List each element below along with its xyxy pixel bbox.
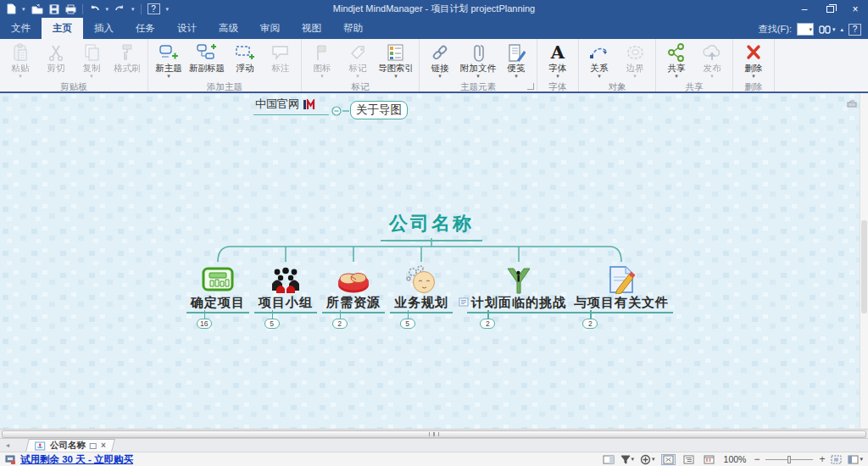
topic-define-project[interactable]: 确定项目 16 <box>186 262 249 313</box>
tab-float-icon[interactable] <box>90 443 97 449</box>
collapsed-count-badge[interactable]: 5 <box>264 319 280 329</box>
tab-close-icon[interactable]: × <box>101 441 106 450</box>
filter-icon[interactable]: ▾ <box>620 455 635 464</box>
collapsed-count-badge[interactable]: 5 <box>400 319 415 329</box>
relationship-button[interactable]: 关系 ▾ <box>581 41 617 80</box>
link-button[interactable]: 链接 ▾ <box>422 41 458 80</box>
boundary-button[interactable]: 边界 ▾ <box>617 41 653 80</box>
fork-road-icon <box>504 262 534 294</box>
floating-topic[interactable]: 中国官网 <box>253 97 329 115</box>
tab-home[interactable]: 主页 <box>42 18 83 39</box>
map-document-tab[interactable]: 公司名称 × <box>25 439 115 452</box>
font-icon: A <box>551 43 565 62</box>
topic-project-team[interactable]: 项目小组 5 <box>254 262 317 313</box>
print-icon[interactable] <box>65 4 76 14</box>
find-label: 查找(F): <box>759 23 792 36</box>
cut-button[interactable]: 剪切 <box>38 41 74 80</box>
publish-button[interactable]: 发布 ▾ <box>694 41 730 80</box>
title-bar: ▾ ▾ ▾ ? ▾ Mindjet MindManager - 项目计划 pro… <box>0 0 868 18</box>
new-topic-button[interactable]: 新主题 ▾ <box>151 41 186 80</box>
floating-topic-button[interactable]: 浮动 <box>227 41 263 80</box>
share-button[interactable]: 共享 ▾ <box>659 41 694 80</box>
tab-task[interactable]: 任务 <box>125 18 166 39</box>
new-document-caret-icon[interactable]: ▾ <box>22 6 25 13</box>
tab-view[interactable]: 视图 <box>291 18 332 39</box>
fit-map-icon[interactable] <box>831 455 842 464</box>
zoom-in-button[interactable]: + <box>819 455 825 463</box>
minimize-button[interactable]: – <box>792 0 817 18</box>
format-painter-button[interactable]: 格式刷 <box>109 41 145 80</box>
find-button[interactable]: ▾ <box>819 25 836 34</box>
zoom-slider[interactable] <box>765 455 813 463</box>
redo-icon[interactable] <box>114 4 125 14</box>
vertical-scrollbar-thumb[interactable] <box>861 220 867 313</box>
collapsed-count-badge[interactable]: 16 <box>197 319 212 329</box>
task-panel-icon[interactable] <box>603 455 615 464</box>
font-button[interactable]: A 字体 ▾ <box>540 41 576 80</box>
horizontal-scrollbar[interactable] <box>0 429 868 439</box>
map-index-button[interactable]: 导图索引 ▾ <box>376 41 416 80</box>
new-subtopic-button[interactable]: 新副标题 <box>186 41 227 80</box>
toolbar-divider <box>82 4 83 14</box>
publish-cloud-icon <box>702 42 722 63</box>
trial-purchase-link[interactable]: 试用剩余 30 天 - 立即购买 <box>20 453 133 466</box>
group-label-add-topic: 添加主题 <box>151 80 298 93</box>
paste-button[interactable]: 粘贴 ▾ <box>3 41 38 80</box>
tab-scroll-left-icon[interactable]: ◂ <box>0 439 15 452</box>
topic-project-documents[interactable]: 与项目有关文件 2 <box>570 262 673 313</box>
restore-button[interactable] <box>817 0 843 18</box>
collapsed-count-badge[interactable]: 2 <box>480 319 495 329</box>
callout-icon <box>271 42 290 63</box>
undo-icon[interactable] <box>89 4 100 14</box>
redo-caret-icon[interactable]: ▾ <box>131 6 135 13</box>
floating-topic-label: 中国官网 <box>255 97 299 112</box>
power-filter-icon[interactable]: ▾ <box>640 454 655 465</box>
collapsed-count-badge[interactable]: 2 <box>332 319 348 329</box>
tab-advanced[interactable]: 高级 <box>208 18 249 39</box>
attach-file-button[interactable]: 附加文件 ▾ <box>458 41 498 80</box>
map-view-toggle[interactable] <box>661 454 676 465</box>
zoom-slider-knob[interactable] <box>787 456 791 463</box>
zoom-out-button[interactable]: − <box>754 455 760 463</box>
open-icon[interactable] <box>31 4 43 14</box>
customize-toolbar-icon[interactable]: ▾ <box>166 6 170 13</box>
tab-design[interactable]: 设计 <box>166 18 208 39</box>
notes-button[interactable]: 便笺 ▾ <box>498 41 534 80</box>
tags-button[interactable]: 标记 ▾ <box>340 41 376 80</box>
schedule-view-toggle[interactable] <box>702 454 716 465</box>
collapse-ribbon-button[interactable]: ▴ <box>840 26 843 33</box>
topic-required-resources[interactable]: 所需资源 2 <box>322 262 385 313</box>
outline-view-toggle[interactable] <box>682 454 696 465</box>
undo-caret-icon[interactable]: ▾ <box>106 6 109 13</box>
tab-file[interactable]: 文件 <box>0 18 42 39</box>
callout-button[interactable]: 标注 <box>263 41 298 80</box>
central-topic[interactable]: 公司名称 <box>381 211 482 241</box>
tab-review[interactable]: 审阅 <box>249 18 291 39</box>
icons-button[interactable]: 图标 ▾ <box>304 41 340 80</box>
find-input[interactable]: ▾ <box>797 23 814 36</box>
tab-insert[interactable]: 插入 <box>83 18 125 39</box>
collapsed-count-badge[interactable]: 2 <box>582 319 598 329</box>
canvas-split-handle-icon[interactable] <box>847 96 857 111</box>
callout-topic[interactable]: 关于导图 <box>350 101 408 119</box>
new-document-icon[interactable] <box>6 3 16 14</box>
copy-button[interactable]: 复制 ▾ <box>74 41 109 80</box>
topic-business-planning[interactable]: 业务规划 5 <box>390 262 453 313</box>
save-icon[interactable] <box>49 4 59 14</box>
horizontal-scrollbar-thumb[interactable] <box>2 430 866 438</box>
vertical-scrollbar[interactable] <box>860 93 868 429</box>
tab-help[interactable]: 帮助 <box>332 18 374 39</box>
document-pencil-icon <box>606 262 637 294</box>
map-canvas[interactable]: 中国官网 关于导图 公司名称 确定项目 16 项目小组 5 <box>0 93 860 429</box>
topic-plan-challenges[interactable]: 计划面临的挑战 2 <box>467 262 570 313</box>
ribbon-help-button[interactable]: ? <box>849 24 861 36</box>
copy-icon <box>83 42 100 63</box>
delete-button[interactable]: 删除 ▾ <box>736 41 771 80</box>
dialog-launcher-icon[interactable] <box>527 83 534 90</box>
help-icon[interactable]: ? <box>147 3 160 14</box>
topic-label: 计划面临的挑战 <box>467 294 570 313</box>
close-button[interactable]: × <box>843 0 868 18</box>
ribbon-group-share: 共享 ▾ 发布 ▾ 共享 <box>656 39 733 92</box>
view-layout-icon[interactable]: ▾ <box>848 455 863 464</box>
team-icon <box>270 262 301 294</box>
